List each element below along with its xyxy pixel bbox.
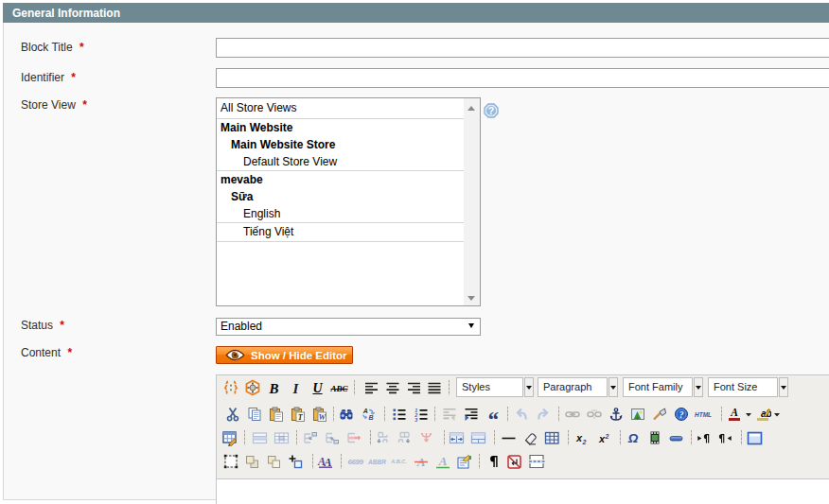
svg-text:?: ? <box>679 410 683 420</box>
svg-text:2: 2 <box>582 439 587 445</box>
svg-text:2: 2 <box>605 432 609 439</box>
svg-text:Ω: Ω <box>626 431 638 445</box>
svg-text:3: 3 <box>414 417 417 422</box>
svg-text:HTML: HTML <box>694 411 711 418</box>
svg-text:A: A <box>362 408 367 414</box>
svg-text:A: A <box>323 456 331 469</box>
svg-text:B: B <box>368 414 373 421</box>
svg-text:A: A <box>437 454 447 468</box>
svg-text:A: A <box>730 407 738 418</box>
svg-text:?: ? <box>488 105 494 116</box>
